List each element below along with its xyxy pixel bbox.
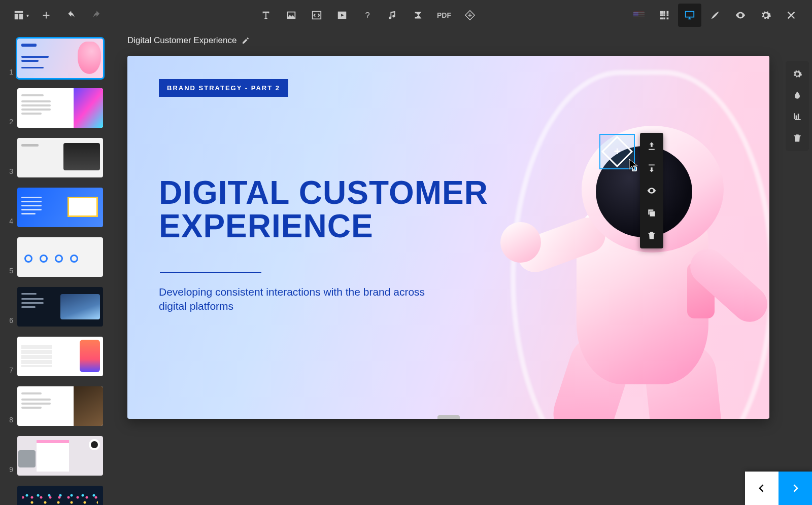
document-title[interactable]: Digital Customer Experience [127,35,250,46]
insert-pdf-button[interactable]: PDF [432,4,456,27]
slide-thumb-10[interactable] [17,486,103,505]
add-button[interactable] [35,4,58,27]
slide-thumb-9[interactable] [17,436,103,476]
slide-thumbnails-panel[interactable]: 1 2 3 4 5 [0,30,109,505]
slide-canvas[interactable]: BRAND STRATEGY - PART 2 DIGITAL CUSTOMER… [127,56,769,419]
slide-thumb-3[interactable] [17,138,103,177]
background-color-button[interactable] [787,86,807,104]
thumb-number: 3 [3,167,13,177]
headline-line-1: DIGITAL CUSTOMER [159,174,488,211]
insert-audio-button[interactable] [381,4,404,27]
slide-divider[interactable] [160,272,261,273]
next-slide-button[interactable] [779,472,812,505]
send-backward-button[interactable] [640,157,663,179]
slide-badge[interactable]: BRAND STRATEGY - PART 2 [159,79,288,97]
slide-settings-button[interactable] [787,65,807,83]
slide-thumb-8[interactable] [17,386,103,426]
properties-rail [786,61,809,151]
thumb-number: 6 [3,316,13,327]
chevron-right-icon [790,483,800,493]
slide-thumb-4[interactable] [17,188,103,227]
slide-thumb-2[interactable] [17,88,103,128]
thumb-number: 4 [3,217,13,227]
insert-question-button[interactable]: ? [356,4,379,27]
bring-forward-button[interactable] [640,135,663,157]
undo-button[interactable] [60,4,83,27]
thumb-number: 1 [3,68,13,78]
language-button[interactable] [627,4,651,27]
top-toolbar: ▾ ? PDF [0,0,812,30]
mouse-cursor-icon [627,158,639,172]
prev-slide-button[interactable] [745,472,779,505]
svg-text:?: ? [365,11,369,20]
slide-editor: Digital Customer Experience BRAND STRATE… [109,30,812,505]
delete-object-button[interactable] [640,224,663,246]
redo-button[interactable] [85,4,109,27]
duplicate-button[interactable] [640,202,663,224]
layout-menu-button[interactable]: ▾ [9,4,32,27]
thumb-number: 9 [3,465,13,476]
chart-style-button[interactable] [787,107,807,126]
insert-shape-button[interactable] [458,4,482,27]
insert-video-button[interactable] [330,4,354,27]
grid-toggle-button[interactable] [653,4,676,27]
document-title-text: Digital Customer Experience [127,35,236,46]
slide-thumb-1[interactable] [17,39,103,78]
edit-title-icon[interactable] [242,37,250,45]
thumb-number: 2 [3,118,13,128]
thumb-number: 8 [3,416,13,426]
close-button[interactable] [780,4,803,27]
insert-image-button[interactable] [280,4,303,27]
slide-thumb-7[interactable] [17,337,103,376]
preview-button[interactable] [729,4,752,27]
chevron-left-icon [757,483,767,493]
object-context-toolbar [640,133,663,248]
astronaut-image[interactable] [465,80,769,419]
slide-pager [745,472,812,505]
thumb-number: 5 [3,267,13,277]
thumb-number: 7 [3,366,13,376]
delete-slide-button[interactable] [787,129,807,147]
slide-thumb-6[interactable] [17,287,103,327]
settings-button[interactable] [754,4,777,27]
insert-formula-button[interactable] [407,4,430,27]
slide-thumb-5[interactable] [17,237,103,277]
desktop-view-button[interactable] [678,4,701,27]
slide-headline[interactable]: DIGITAL CUSTOMER EXPERIENCE [159,176,488,243]
toggle-visibility-button[interactable] [640,179,663,202]
headline-line-2: EXPERIENCE [159,208,374,244]
brush-button[interactable] [703,4,727,27]
flag-us-icon [633,12,645,19]
insert-embed-button[interactable] [305,4,328,27]
slide-subcopy[interactable]: Developing consistent interactions with … [159,285,433,314]
insert-text-button[interactable] [254,4,278,27]
notes-drag-handle[interactable] [437,415,460,419]
